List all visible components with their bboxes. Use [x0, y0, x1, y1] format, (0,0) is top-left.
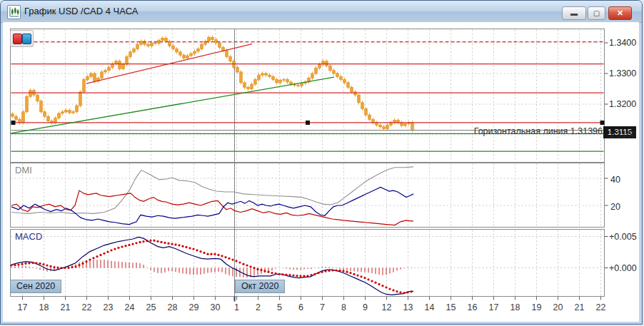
macd-indicator-label: MACD — [15, 231, 42, 242]
macd-signal-dot — [203, 252, 205, 254]
window-title: График USD /CAD 4 ЧАСА — [24, 6, 138, 16]
candle-body — [368, 115, 371, 119]
maximize-button[interactable]: ▢ — [588, 6, 605, 20]
macd-signal-dot — [281, 273, 283, 275]
macd-signal-dot — [256, 268, 258, 270]
macd-signal-dot — [381, 285, 383, 287]
macd-signal-dot — [139, 241, 141, 243]
line-handle[interactable] — [600, 121, 605, 125]
macd-signal-dot — [153, 240, 155, 242]
macd-signal-dot — [331, 269, 333, 271]
chart-canvas[interactable] — [3, 22, 639, 322]
candle-body — [69, 111, 71, 113]
candle-body — [47, 116, 50, 121]
candle-body — [186, 56, 189, 58]
macd-signal-dot — [167, 243, 169, 245]
macd-signal-dot — [60, 267, 62, 269]
macd-signal-dot — [371, 280, 373, 282]
macd-signal-dot — [196, 249, 198, 251]
macd-signal-dot — [78, 264, 80, 266]
candle-body — [133, 49, 136, 52]
line-handle[interactable] — [11, 121, 16, 125]
candle-body — [29, 91, 32, 97]
x-axis-date-label: 22 — [591, 302, 611, 312]
macd-signal-dot — [267, 271, 269, 273]
macd-signal-dot — [263, 270, 266, 272]
macd-signal-dot — [85, 260, 87, 263]
candle-body — [61, 112, 64, 113]
month-label-oct: Окт 2020 — [235, 280, 285, 293]
candle-body — [40, 101, 43, 112]
x-axis-date-label: 12 — [377, 302, 397, 312]
candlestick-chart-icon — [7, 5, 21, 19]
macd-signal-dot — [21, 263, 23, 265]
candle-body — [226, 51, 228, 57]
candle-body — [251, 84, 253, 88]
candle-body — [154, 43, 157, 44]
macd-signal-dot — [53, 266, 55, 268]
macd-signal-dot — [392, 289, 394, 291]
macd-signal-dot — [206, 253, 208, 255]
candle-body — [347, 83, 350, 87]
x-axis-date-label: 25 — [141, 302, 161, 312]
price-axis-label: 1.3200 — [609, 99, 636, 109]
macd-signal-dot — [92, 257, 94, 259]
candle-body — [315, 68, 318, 73]
price-panel[interactable] — [11, 29, 605, 163]
month-label-sep: Сен 2020 — [10, 280, 61, 293]
macd-signal-dot — [99, 254, 101, 256]
x-axis-date-label: 29 — [184, 302, 204, 312]
macd-signal-dot — [410, 290, 412, 292]
macd-signal-dot — [228, 258, 230, 260]
blue-marker-button[interactable] — [22, 34, 31, 44]
candle-body — [19, 120, 21, 123]
candle-body — [193, 51, 196, 54]
macd-signal-dot — [353, 273, 355, 275]
macd-signal-dot — [24, 263, 26, 265]
macd-signal-dot — [106, 250, 109, 253]
macd-signal-dot — [310, 274, 312, 276]
candle-body — [201, 44, 203, 49]
macd-signal-dot — [249, 265, 251, 268]
macd-signal-dot — [338, 270, 341, 272]
candle-body — [136, 44, 139, 49]
macd-signal-dot — [253, 267, 255, 269]
candle-body — [83, 80, 86, 92]
candle-body — [161, 39, 164, 41]
macd-signal-dot — [14, 264, 16, 266]
x-axis-date-label: 23 — [99, 302, 119, 312]
macd-axis-label: +0.005 — [609, 232, 637, 242]
macd-signal-dot — [128, 244, 130, 246]
candle-body — [286, 80, 289, 82]
candle-body — [101, 72, 104, 78]
macd-signal-dot — [238, 261, 241, 263]
macd-signal-dot — [74, 265, 76, 268]
macd-signal-dot — [17, 264, 19, 266]
candle-body — [65, 111, 68, 112]
x-axis-date-label: 30 — [206, 302, 226, 312]
candle-body — [254, 80, 257, 84]
candle-body — [211, 37, 214, 39]
close-button[interactable]: ✕ — [608, 6, 632, 20]
candle-body — [58, 113, 61, 118]
candle-body — [129, 52, 132, 56]
candle-body — [108, 67, 111, 70]
candle-body — [54, 118, 57, 122]
x-axis-date-label: 13 — [398, 302, 418, 312]
line-handle[interactable] — [306, 121, 310, 125]
macd-signal-dot — [378, 283, 380, 285]
candle-body — [90, 73, 93, 76]
candle-body — [340, 76, 343, 79]
macd-signal-dot — [171, 243, 173, 245]
title-bar[interactable]: График USD /CAD 4 ЧАСА ▬ ▢ ✕ — [1, 1, 642, 23]
minimize-button[interactable]: ▬ — [562, 6, 586, 20]
macd-signal-dot — [324, 270, 326, 272]
candle-body — [351, 87, 353, 91]
red-marker-button[interactable] — [13, 34, 22, 44]
candle-body — [329, 66, 332, 70]
macd-signal-dot — [121, 245, 123, 248]
macd-signal-dot — [142, 240, 144, 243]
x-axis-date-label: 16 — [463, 302, 483, 312]
candle-body — [22, 112, 25, 123]
chart-window: График USD /CAD 4 ЧАСА ▬ ▢ ✕ DMI MACD Се… — [0, 0, 643, 325]
